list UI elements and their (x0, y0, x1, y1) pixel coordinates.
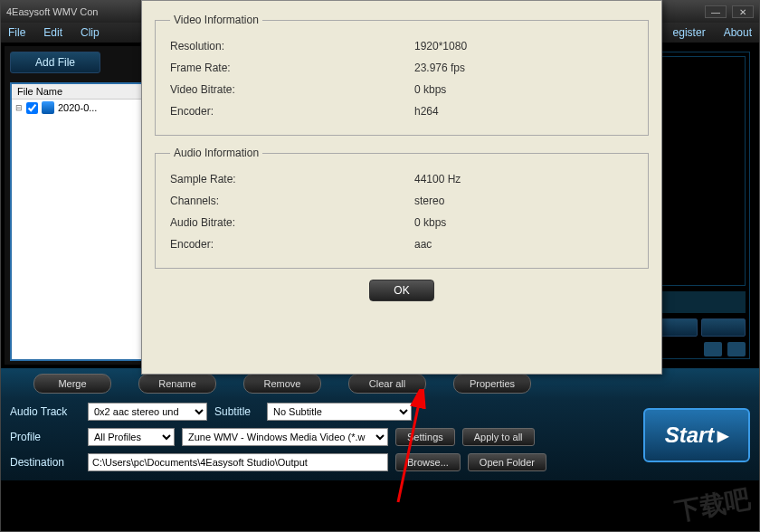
destination-label: Destination (10, 456, 81, 469)
snapshot-folder-icon[interactable] (704, 342, 722, 356)
open-folder-button[interactable]: Open Folder (468, 453, 546, 471)
audio-track-select[interactable]: 0x2 aac stereo und (88, 403, 207, 421)
rename-button[interactable]: Rename (138, 374, 216, 394)
add-file-button[interactable]: Add File (10, 52, 100, 73)
snapshot-icon[interactable] (727, 342, 746, 356)
subtitle-label: Subtitle (214, 405, 260, 418)
sample-rate-value: 44100 Hz (414, 173, 461, 185)
video-info-group: Video Information Resolution:1920*1080 F… (155, 14, 649, 136)
resolution-label: Resolution: (170, 40, 414, 52)
subtitle-select[interactable]: No Subtitle (267, 403, 412, 421)
profile-category-select[interactable]: All Profiles (88, 428, 175, 446)
video-bitrate-label: Video Bitrate: (170, 83, 414, 96)
resolution-value: 1920*1080 (414, 40, 467, 52)
menu-clip[interactable]: Clip (81, 26, 100, 39)
audio-encoder-label: Encoder: (170, 238, 414, 251)
audio-info-group: Audio Information Sample Rate:44100 Hz C… (155, 147, 649, 269)
video-encoder-value: h264 (414, 105, 439, 118)
bottom-controls: Audio Track 0x2 aac stereo und Subtitle … (1, 399, 759, 480)
merge-button[interactable]: Merge (33, 374, 111, 394)
minimize-button[interactable]: — (705, 5, 727, 18)
channels-value: stereo (414, 195, 444, 207)
browse-button[interactable]: Browse... (395, 453, 461, 471)
properties-button[interactable]: Properties (453, 374, 531, 394)
video-file-icon (42, 101, 54, 114)
tree-expand-icon[interactable]: ⊟ (15, 103, 23, 112)
ok-button[interactable]: OK (369, 280, 434, 301)
window-controls: — ✕ (705, 5, 754, 18)
audio-bitrate-value: 0 kbps (414, 216, 446, 229)
menu-register[interactable]: egister (673, 26, 706, 39)
audio-encoder-value: aac (414, 238, 432, 251)
channels-label: Channels: (170, 195, 414, 207)
video-bitrate-value: 0 kbps (414, 83, 446, 96)
apply-all-button[interactable]: Apply to all (462, 428, 535, 446)
next-button[interactable] (701, 318, 746, 337)
close-button[interactable]: ✕ (732, 5, 754, 18)
menu-about[interactable]: About (724, 26, 752, 39)
menu-edit[interactable]: Edit (43, 26, 62, 39)
clear-all-button[interactable]: Clear all (348, 374, 426, 394)
remove-button[interactable]: Remove (243, 374, 321, 394)
profile-label: Profile (10, 431, 81, 443)
video-encoder-label: Encoder: (170, 105, 414, 118)
audio-bitrate-label: Audio Bitrate: (170, 216, 414, 229)
file-checkbox[interactable] (26, 102, 38, 114)
video-info-legend: Video Information (170, 14, 262, 26)
start-button[interactable]: Start (643, 408, 750, 462)
destination-input[interactable] (88, 453, 388, 471)
audio-info-legend: Audio Information (170, 147, 262, 159)
settings-button[interactable]: Settings (395, 428, 455, 446)
profile-select[interactable]: Zune WMV - Windows Media Video (*.w (182, 428, 388, 446)
properties-dialog: Video Information Resolution:1920*1080 F… (141, 0, 662, 375)
frame-rate-value: 23.976 fps (414, 62, 465, 74)
frame-rate-label: Frame Rate: (170, 62, 414, 74)
audio-track-label: Audio Track (10, 405, 81, 418)
sample-rate-label: Sample Rate: (170, 173, 414, 185)
menu-file[interactable]: File (8, 26, 25, 39)
file-name: 2020-0... (58, 102, 97, 113)
